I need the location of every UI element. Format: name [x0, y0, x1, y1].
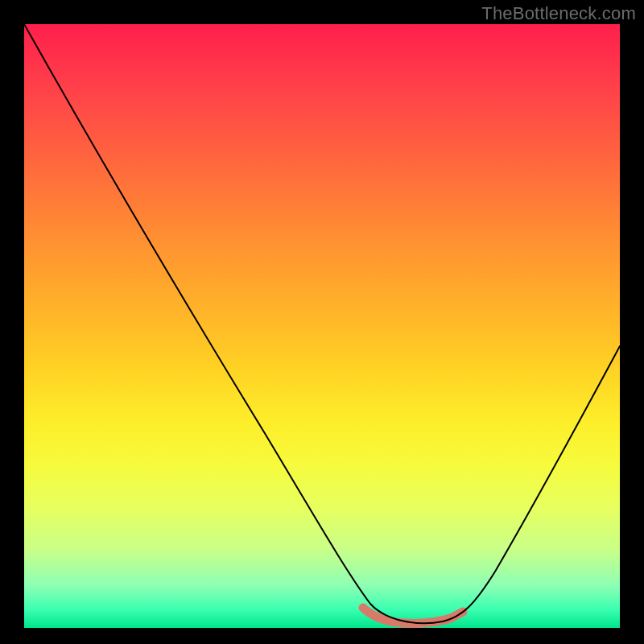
plot-area — [24, 24, 620, 628]
bottleneck-curve-line — [24, 24, 620, 623]
watermark-text: TheBottleneck.com — [481, 3, 636, 24]
chart-frame: TheBottleneck.com — [0, 0, 644, 644]
chart-svg — [24, 24, 620, 628]
